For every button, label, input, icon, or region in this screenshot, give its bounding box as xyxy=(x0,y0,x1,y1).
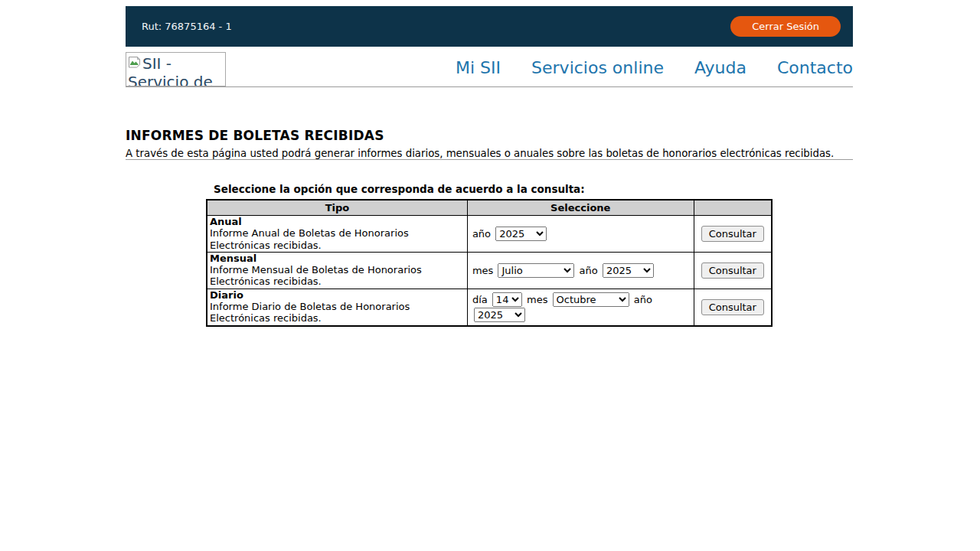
anual-action-cell: Consultar xyxy=(694,216,772,253)
mensual-seleccione-cell: mes Julio año 2025 xyxy=(467,252,694,289)
diario-description: Informe Diario de Boletas de Honorarios … xyxy=(210,301,410,324)
anual-description: Informe Anual de Boletas de Honorarios E… xyxy=(210,227,409,250)
table-row-mensual: MensualInforme Mensual de Boletas de Hon… xyxy=(207,252,772,289)
mensual-year-select[interactable]: 2025 xyxy=(603,263,654,278)
diario-month-select[interactable]: Octubre xyxy=(553,292,629,307)
diario-mes-label: mes xyxy=(527,294,547,305)
diario-seleccione-cell: día 14 mes Octubre año xyxy=(467,289,694,325)
page-title: INFORMES DE BOLETAS RECIBIDAS xyxy=(126,128,853,143)
diario-type-label: Diario xyxy=(210,289,464,301)
content-divider xyxy=(126,159,853,160)
header-divider xyxy=(126,86,853,87)
mensual-consultar-button[interactable]: Consultar xyxy=(701,262,764,279)
diario-action-cell: Consultar xyxy=(694,289,772,325)
mensual-mes-label: mes xyxy=(472,265,493,276)
mensual-month-select[interactable]: Julio xyxy=(498,263,574,278)
diario-ano-label: año xyxy=(634,294,652,305)
column-header-actions xyxy=(694,200,772,216)
nav-contacto[interactable]: Contacto xyxy=(777,58,853,77)
mensual-tipo-cell: MensualInforme Mensual de Boletas de Hon… xyxy=(207,252,467,289)
diario-year-select[interactable]: 2025 xyxy=(474,308,525,322)
page-container: Rut: 76875164 - 1 Cerrar Sesión SII - Se… xyxy=(126,6,853,327)
nav-mi-sii[interactable]: Mi SII xyxy=(456,58,501,77)
logout-button[interactable]: Cerrar Sesión xyxy=(730,16,841,37)
nav-ayuda[interactable]: Ayuda xyxy=(694,58,746,77)
rut-label: Rut: 76875164 - 1 xyxy=(142,21,232,32)
page-description: A través de esta página usted podrá gene… xyxy=(126,148,853,159)
mensual-type-label: Mensual xyxy=(210,253,464,264)
topbar: Rut: 76875164 - 1 Cerrar Sesión xyxy=(126,6,853,47)
mensual-ano-label: año xyxy=(580,265,598,276)
anual-type-label: Anual xyxy=(210,216,464,227)
reports-table: Tipo Seleccione AnualInforme Anual de Bo… xyxy=(206,199,773,327)
diario-day-select[interactable]: 14 xyxy=(492,292,522,307)
header: SII - Servicio de Mi SII Servicios onlin… xyxy=(126,52,853,86)
mensual-description: Informe Mensual de Boletas de Honorarios… xyxy=(210,264,422,287)
consulta-section: Seleccione la opción que corresponda de … xyxy=(206,183,773,327)
mensual-action-cell: Consultar xyxy=(694,252,772,289)
column-header-seleccione: Seleccione xyxy=(467,200,694,216)
anual-year-select[interactable]: 2025 xyxy=(495,227,547,241)
main-content: INFORMES DE BOLETAS RECIBIDAS A través d… xyxy=(126,128,853,327)
table-row-anual: AnualInforme Anual de Boletas de Honorar… xyxy=(207,216,772,253)
sii-logo[interactable]: SII - Servicio de xyxy=(126,52,226,86)
anual-tipo-cell: AnualInforme Anual de Boletas de Honorar… xyxy=(207,216,467,253)
table-prompt: Seleccione la opción que corresponda de … xyxy=(206,183,773,195)
diario-dia-label: día xyxy=(472,294,488,305)
table-row-diario: DiarioInforme Diario de Boletas de Honor… xyxy=(207,289,772,325)
main-nav: Mi SII Servicios online Ayuda Contacto xyxy=(456,58,853,80)
diario-tipo-cell: DiarioInforme Diario de Boletas de Honor… xyxy=(207,289,467,325)
anual-seleccione-cell: año 2025 xyxy=(467,216,694,253)
table-header-row: Tipo Seleccione xyxy=(207,200,772,216)
broken-image-icon xyxy=(128,56,141,69)
diario-consultar-button[interactable]: Consultar xyxy=(701,299,764,315)
nav-servicios-online[interactable]: Servicios online xyxy=(531,58,664,77)
anual-ano-label: año xyxy=(472,228,491,240)
anual-consultar-button[interactable]: Consultar xyxy=(701,226,764,242)
column-header-tipo: Tipo xyxy=(207,200,467,216)
